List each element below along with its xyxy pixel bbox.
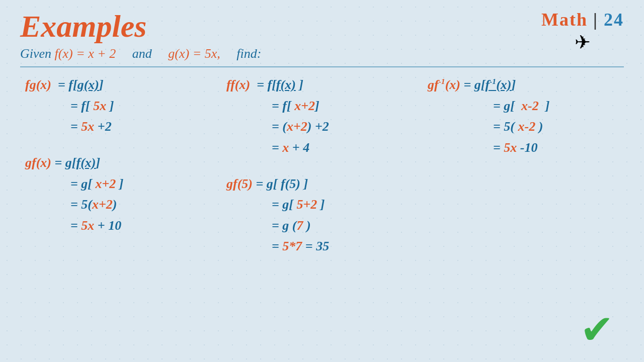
header: Examples Given f(x) = x + 2 and g(x) = 5… [20, 9, 624, 61]
main-content: fg(x) = f[g(x)] = f[ 5x ] = 5x +2 gf(x) … [20, 74, 624, 272]
gfinv-block: gf-1(x) = g[f-1(x)] = g[ x-2 ] = 5( x-2 … [428, 74, 619, 158]
examples-title: Examples Given f(x) = x + 2 and g(x) = 5… [20, 9, 261, 61]
math24-brand: Math | 24 [541, 9, 624, 30]
column-3: gf-1(x) = g[f-1(x)] = g[ x-2 ] = 5( x-2 … [423, 74, 624, 272]
gf5-expression: gf(5) = g[ f(5) ] = g[ 5+2 ] = g (7 ) = … [226, 173, 418, 257]
fg-expression: fg(x) = f[g(x)] = f[ 5x ] = 5x +2 [25, 74, 216, 137]
given-line: Given f(x) = x + 2 and g(x) = 5x, find: [20, 46, 261, 61]
ff-block: ff(x) = f[f(x) ] = f[ x+2] = (x+2) +2 = … [226, 74, 418, 158]
divider [20, 66, 624, 67]
fg-block: fg(x) = f[g(x)] = f[ 5x ] = 5x +2 [25, 74, 216, 137]
ff-expression: ff(x) = f[f(x) ] = f[ x+2] = (x+2) +2 = … [226, 74, 418, 158]
gf-expression: gf(x) = g[f(x)] = g[ x+2 ] = 5(x+2) = 5x… [25, 152, 216, 236]
column-1: fg(x) = f[g(x)] = f[ 5x ] = 5x +2 gf(x) … [20, 74, 221, 272]
math24-logo: Math | 24 ✈ [541, 9, 624, 53]
gf5-block: gf(5) = g[ f(5) ] = g[ 5+2 ] = g (7 ) = … [226, 173, 418, 257]
gfinv-expression: gf-1(x) = g[f-1(x)] = g[ x-2 ] = 5( x-2 … [428, 74, 619, 158]
column-2: ff(x) = f[f(x) ] = f[ x+2] = (x+2) +2 = … [221, 74, 423, 272]
gf-block: gf(x) = g[f(x)] = g[ x+2 ] = 5(x+2) = 5x… [25, 152, 216, 236]
checkmark-icon: ✔ [580, 306, 614, 353]
airplane-icon: ✈ [575, 31, 591, 53]
